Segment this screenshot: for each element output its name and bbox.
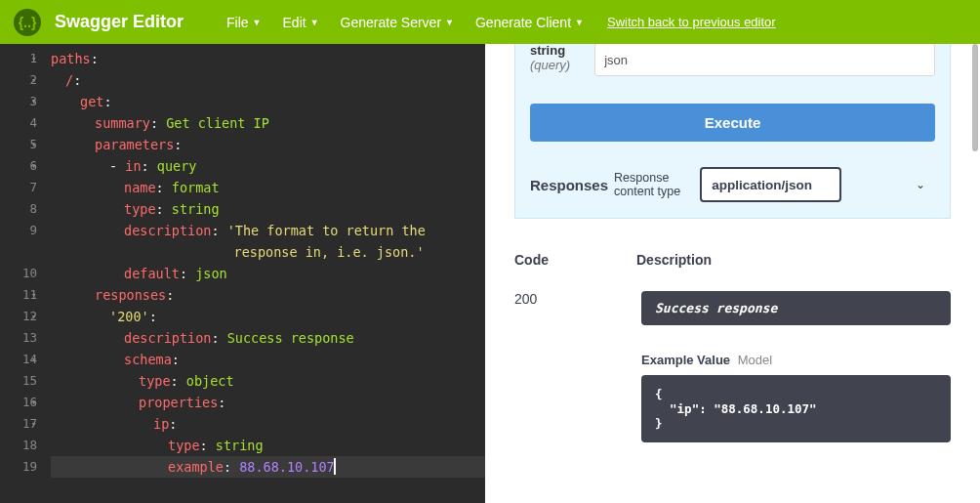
code-line[interactable]: parameters:	[51, 134, 485, 155]
chevron-down-icon: ▼	[253, 18, 262, 27]
documentation-pane: string (query) Execute Responses Respons…	[485, 44, 980, 503]
swagger-logo-icon: {..}	[14, 9, 41, 36]
responses-heading: Responses	[530, 177, 608, 193]
code-line[interactable]: paths:	[51, 48, 485, 69]
execute-button[interactable]: Execute	[530, 104, 935, 142]
code-line[interactable]: name: format	[51, 177, 485, 198]
chevron-down-icon: ▼	[310, 18, 319, 27]
fold-triangle-icon[interactable]: ▾	[31, 306, 36, 327]
example-json[interactable]: { "ip": "88.68.10.107" }	[641, 375, 951, 442]
param-type: string	[530, 44, 570, 58]
fold-triangle-icon[interactable]: ▾	[31, 69, 36, 91]
menu-generate-client[interactable]: Generate Client▼	[475, 15, 584, 30]
code-line[interactable]: get:	[51, 91, 485, 112]
fold-triangle-icon[interactable]: ▾	[31, 48, 36, 69]
code-line[interactable]: summary: Get client IP	[51, 112, 485, 134]
code-line[interactable]: responses:	[51, 284, 485, 306]
code-line[interactable]: description: 'The format to return the	[51, 220, 485, 241]
fold-triangle-icon[interactable]: ▾	[31, 349, 36, 370]
fold-triangle-icon[interactable]: ▾	[31, 155, 36, 177]
param-format-input[interactable]	[594, 44, 935, 76]
example-value-tab[interactable]: Example Value	[641, 353, 730, 367]
responses-table: Code Description 200 Success response Ex…	[514, 246, 951, 442]
code-line[interactable]: description: Success response	[51, 327, 485, 349]
chevron-down-icon: ⌄	[916, 178, 925, 191]
code-line[interactable]: /:	[51, 69, 485, 91]
table-row: 200 Success response Example Value Model…	[514, 291, 951, 442]
content-type-label: Responsecontent type	[614, 171, 680, 199]
code-line[interactable]: '200':	[51, 306, 485, 327]
code-line[interactable]: type: string	[51, 435, 485, 456]
col-head-code: Code	[514, 252, 549, 268]
model-tab[interactable]: Model	[738, 353, 772, 367]
menu-file[interactable]: File▼	[226, 15, 261, 30]
code-line[interactable]: type: string	[51, 198, 485, 220]
param-location: (query)	[530, 58, 570, 72]
fold-triangle-icon[interactable]: ▾	[31, 413, 36, 435]
chevron-down-icon: ▼	[575, 18, 584, 27]
response-code: 200	[514, 291, 548, 307]
fold-triangle-icon[interactable]: ▾	[31, 392, 36, 413]
response-description: Success response	[641, 291, 951, 325]
editor-code[interactable]: paths:/:get:summary: Get client IPparame…	[51, 44, 485, 503]
menu-edit[interactable]: Edit▼	[283, 15, 319, 30]
try-it-panel: string (query) Execute Responses Respons…	[514, 44, 951, 219]
top-bar: {..} Swagger Editor File▼ Edit▼ Generate…	[0, 0, 980, 44]
code-line[interactable]: - in: query	[51, 155, 485, 177]
brand-title: Swagger Editor	[55, 12, 184, 32]
chevron-down-icon: ▼	[445, 18, 454, 27]
content-type-select[interactable]: application/json	[700, 167, 841, 202]
fold-triangle-icon[interactable]: ▾	[31, 134, 36, 155]
editor-gutter: 1▾2▾3▾45▾6▾789 1011▾12▾1314▾1516▾17▾1819	[0, 44, 43, 503]
col-head-description: Description	[636, 252, 712, 268]
scrollbar-thumb[interactable]	[972, 44, 978, 151]
menu-generate-server[interactable]: Generate Server▼	[341, 15, 454, 30]
fold-triangle-icon[interactable]: ▾	[31, 91, 36, 112]
param-meta: string (query)	[530, 44, 570, 72]
code-editor[interactable]: 1▾2▾3▾45▾6▾789 1011▾12▾1314▾1516▾17▾1819…	[0, 44, 485, 503]
code-line[interactable]: ip:	[51, 413, 485, 435]
switch-editor-link[interactable]: Switch back to previous editor	[607, 15, 776, 29]
code-line[interactable]: schema:	[51, 349, 485, 370]
fold-triangle-icon[interactable]: ▾	[31, 284, 36, 306]
code-line[interactable]: type: object	[51, 370, 485, 392]
code-line[interactable]: example: 88.68.10.107	[51, 456, 485, 478]
code-line[interactable]: properties:	[51, 392, 485, 413]
menu-bar: File▼ Edit▼ Generate Server▼ Generate Cl…	[226, 15, 584, 30]
code-line[interactable]: default: json	[51, 263, 485, 284]
